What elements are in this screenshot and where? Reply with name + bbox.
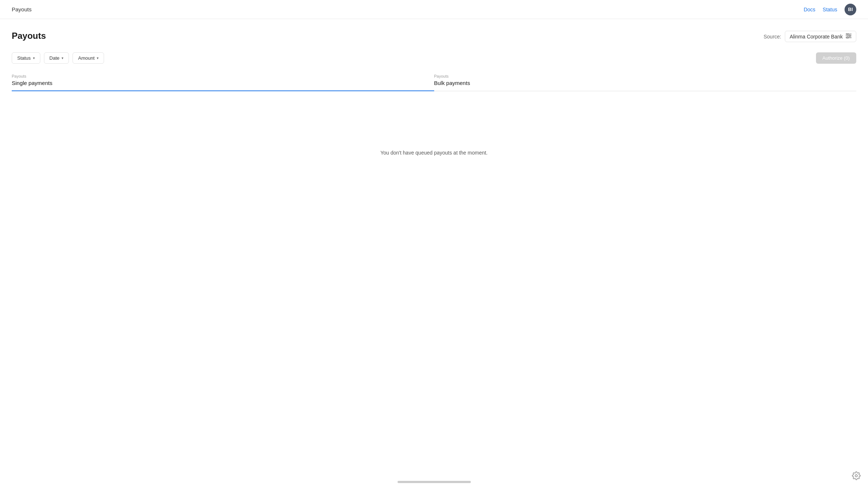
filters-left: Status ▾ Date ▾ Amount ▾ bbox=[12, 52, 104, 64]
avatar[interactable]: BI bbox=[845, 4, 856, 15]
tab-bulk-payments-group: Payouts bbox=[434, 74, 857, 78]
tab-single-payments[interactable]: Payouts Single payments bbox=[12, 71, 434, 91]
tab-bulk-payments-name: Bulk payments bbox=[434, 80, 857, 86]
status-link[interactable]: Status bbox=[823, 7, 837, 12]
date-chevron-icon: ▾ bbox=[62, 56, 63, 60]
empty-state: You don't have queued payouts at the mom… bbox=[12, 91, 856, 214]
svg-point-5 bbox=[847, 37, 848, 38]
status-chevron-icon: ▾ bbox=[33, 56, 35, 60]
filters-row: Status ▾ Date ▾ Amount ▾ Authorize (0) bbox=[12, 52, 856, 64]
date-filter-label: Date bbox=[49, 55, 59, 61]
status-filter-label: Status bbox=[17, 55, 31, 61]
authorize-button[interactable]: Authorize (0) bbox=[816, 52, 856, 64]
docs-link[interactable]: Docs bbox=[804, 7, 815, 12]
page-title: Payouts bbox=[12, 31, 46, 41]
tab-single-payments-name: Single payments bbox=[12, 80, 434, 86]
svg-point-4 bbox=[849, 35, 850, 37]
navbar-brand: Payouts bbox=[12, 6, 32, 12]
svg-point-3 bbox=[847, 33, 848, 35]
amount-chevron-icon: ▾ bbox=[97, 56, 99, 60]
date-filter-button[interactable]: Date ▾ bbox=[44, 52, 69, 64]
page-content: Payouts Source: Alinma Corporate Bank bbox=[0, 19, 868, 214]
navbar: Payouts Docs Status BI bbox=[0, 0, 868, 19]
tab-single-payments-group: Payouts bbox=[12, 74, 434, 78]
source-label: Source: bbox=[764, 34, 781, 40]
tabs-row: Payouts Single payments Payouts Bulk pay… bbox=[12, 71, 856, 91]
source-selector: Source: Alinma Corporate Bank bbox=[764, 31, 856, 42]
page-header: Payouts Source: Alinma Corporate Bank bbox=[12, 31, 856, 42]
filter-icon bbox=[846, 33, 852, 40]
tabs-container: Payouts Single payments Payouts Bulk pay… bbox=[12, 71, 856, 91]
source-badge[interactable]: Alinma Corporate Bank bbox=[785, 31, 856, 42]
tab-bulk-payments[interactable]: Payouts Bulk payments bbox=[434, 71, 857, 91]
empty-state-message: You don't have queued payouts at the mom… bbox=[380, 150, 487, 156]
status-filter-button[interactable]: Status ▾ bbox=[12, 52, 40, 64]
amount-filter-label: Amount bbox=[78, 55, 95, 61]
amount-filter-button[interactable]: Amount ▾ bbox=[73, 52, 104, 64]
source-value: Alinma Corporate Bank bbox=[790, 34, 843, 40]
navbar-right: Docs Status BI bbox=[804, 4, 856, 15]
